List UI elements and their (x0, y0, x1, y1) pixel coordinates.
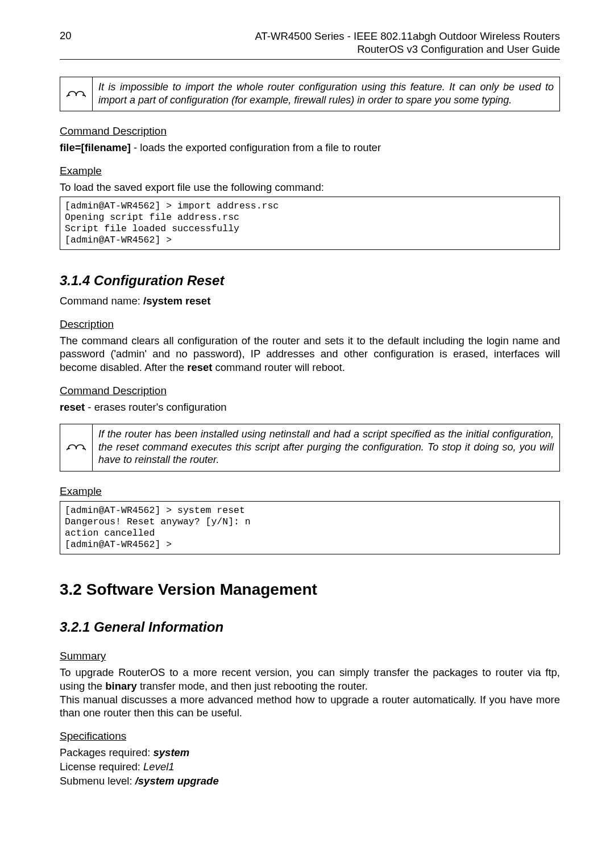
spec-sub-label: Submenu level: (60, 775, 135, 787)
reset-keyword: reset (187, 361, 212, 373)
header-title: AT-WR4500 Series - IEEE 802.11abgh Outdo… (255, 30, 560, 56)
spec-pkg-label: Packages required: (60, 746, 154, 758)
section-3-2-heading: 3.2 Software Version Management (60, 581, 560, 599)
note-icon (60, 424, 93, 471)
spec-sub-value: /system upgrade (135, 775, 219, 787)
description-heading: Description (60, 318, 560, 331)
reset-description: The command clears all configuration of … (60, 334, 560, 374)
spec-license: License required: Level1 (60, 760, 560, 774)
example-heading-2: Example (60, 485, 560, 498)
spec-submenu: Submenu level: /system upgrade (60, 774, 560, 788)
note-icon (60, 77, 93, 111)
note-text: It is impossible to import the whole rou… (93, 77, 559, 111)
file-param-description: file=[filename] - loads the exported con… (60, 141, 560, 155)
note-text: If the router has been installed using n… (93, 424, 559, 471)
summary-paragraph-2: This manual discusses a more advanced me… (60, 693, 560, 720)
page-header: 20 AT-WR4500 Series - IEEE 802.11abgh Ou… (60, 30, 560, 60)
file-param-text: - loads the exported configuration from … (131, 141, 381, 153)
spec-lic-value: Level1 (143, 761, 175, 773)
command-description-heading: Command Description (60, 125, 560, 137)
example-intro: To load the saved export file use the fo… (60, 181, 560, 194)
reset-desc-part2: command router will reboot. (212, 361, 345, 373)
reset-param-text: - erases router's configuration (85, 401, 226, 413)
header-line-2: RouterOS v3 Configuration and User Guide (255, 43, 560, 56)
eyeglasses-icon (67, 441, 86, 454)
command-description-heading-2: Command Description (60, 385, 560, 397)
note-box-reset: If the router has been installed using n… (60, 424, 560, 471)
spec-packages: Packages required: system (60, 746, 560, 760)
page-number: 20 (60, 30, 72, 42)
reset-param-label: reset (60, 401, 85, 413)
spec-lic-label: License required: (60, 761, 143, 773)
summary-binary: binary (105, 680, 137, 692)
note-box-import: It is impossible to import the whole rou… (60, 77, 560, 111)
header-line-1: AT-WR4500 Series - IEEE 802.11abgh Outdo… (255, 30, 560, 43)
code-example-import: [admin@AT-WR4562] > import address.rsc O… (60, 197, 560, 251)
summary-paragraph-1: To upgrade RouterOS to a more recent ver… (60, 666, 560, 692)
reset-param-description: reset - erases router's configuration (60, 400, 560, 414)
summary-p1b: transfer mode, and then just rebooting t… (137, 680, 368, 692)
specifications-heading: Specifications (60, 730, 560, 742)
section-3-2-1-heading: 3.2.1 General Information (60, 619, 560, 635)
command-name-label: Command name: (60, 295, 143, 307)
summary-heading: Summary (60, 650, 560, 662)
spec-pkg-value: system (154, 746, 190, 758)
example-heading: Example (60, 165, 560, 177)
section-3-1-4-heading: 3.1.4 Configuration Reset (60, 273, 560, 289)
eyeglasses-icon (67, 88, 86, 101)
command-name-line: Command name: /system reset (60, 294, 560, 308)
command-name-value: /system reset (143, 295, 210, 307)
code-example-reset: [admin@AT-WR4562] > system reset Dangero… (60, 501, 560, 555)
file-param-label: file=[filename] (60, 141, 131, 153)
